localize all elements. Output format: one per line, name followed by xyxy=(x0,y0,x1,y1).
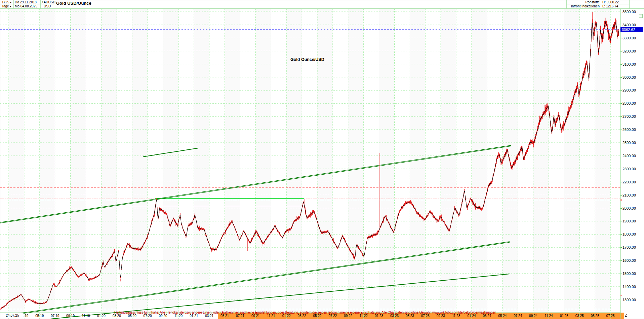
cursor-date-label: 24.07.25 xyxy=(1,313,24,318)
background-band xyxy=(132,8,148,312)
zoom-reset-button[interactable]: Z xyxy=(625,313,627,317)
low-value: L: 1216.74 xyxy=(602,4,618,8)
background-band xyxy=(286,8,302,312)
background-band xyxy=(595,8,610,312)
window-border-top xyxy=(0,0,644,0)
app-window: 1725 ▾ Tage ▾ Do 29.11.2018 Mo 04.08.202… xyxy=(0,0,644,319)
date-to: Mo 04.08.2025 xyxy=(15,4,37,8)
chart-plot-area[interactable] xyxy=(0,0,644,319)
axis-collapse-icon[interactable]: − xyxy=(639,14,643,18)
last-price-tag: 3362.62 xyxy=(620,27,643,32)
background-band xyxy=(564,8,579,312)
background-band xyxy=(533,8,549,312)
price-range-bars xyxy=(0,12,619,310)
background-band xyxy=(9,8,24,312)
currency: USD xyxy=(44,4,51,8)
background-band xyxy=(71,8,86,312)
background-band xyxy=(163,8,178,312)
background-band xyxy=(379,8,395,312)
background-band xyxy=(441,8,456,312)
chart-header: 1725 ▾ Tage ▾ Do 29.11.2018 Mo 04.08.202… xyxy=(0,0,644,9)
background-band xyxy=(317,8,333,312)
background-band xyxy=(194,8,209,312)
background-band xyxy=(40,8,55,312)
background-band xyxy=(225,8,240,312)
chevron-down-icon: ▾ xyxy=(10,1,11,4)
chevron-down-icon: ▾ xyxy=(10,5,11,8)
background-band xyxy=(472,8,487,312)
interval-dropdown[interactable]: Tage ▾ xyxy=(2,4,11,9)
window-border-left xyxy=(0,0,0,319)
background-band xyxy=(255,8,271,312)
background-band xyxy=(348,8,364,312)
background-band xyxy=(101,8,117,312)
chart-title: Gold USD/Ounce xyxy=(56,1,91,5)
feed-source: Infront Indikationen xyxy=(567,4,600,8)
